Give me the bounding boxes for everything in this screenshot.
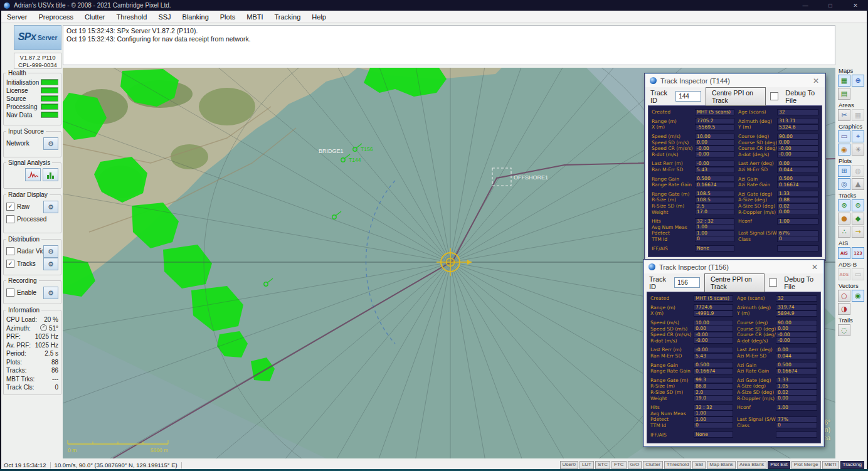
status-toggle-clutter[interactable]: Clutter: [643, 461, 663, 469]
track-gate-icon[interactable]: ⊗: [838, 199, 850, 211]
section-icons-plots: ⊞◍◎▲: [838, 165, 867, 190]
menu-clutter[interactable]: Clutter: [79, 11, 110, 23]
histogram-button[interactable]: [43, 168, 58, 181]
radar-display-raw-settings-button[interactable]: ⚙: [43, 201, 58, 213]
ascan-button[interactable]: [25, 168, 41, 181]
recording-enable-checkbox[interactable]: [6, 288, 14, 297]
recording-enable-settings-button[interactable]: ⚙: [43, 287, 58, 299]
menu-help[interactable]: Help: [306, 11, 332, 23]
field-value: -0.00: [694, 332, 733, 338]
status-toggle-map-blank[interactable]: Map Blank: [707, 461, 736, 469]
vector-ii-icon[interactable]: ◑: [838, 303, 850, 315]
field-group: Last Rerr (m)-0.00Last Aerr (deg)0.00Ran…: [650, 347, 817, 359]
track-swap-icon[interactable]: →: [852, 226, 864, 238]
info-label: PRF:: [6, 333, 21, 340]
ais-device-icon[interactable]: AIS: [838, 247, 850, 259]
field-value: 0.16674: [695, 182, 734, 188]
field-label: Pdetect: [652, 230, 695, 236]
ais-numbers-icon[interactable]: 123: [852, 247, 864, 259]
vector-p1-icon[interactable]: ◉: [852, 290, 864, 302]
menu-ssj[interactable]: SSJ: [152, 11, 176, 23]
radar-display-raw-label: Raw: [17, 203, 29, 210]
status-toggle-tracking[interactable]: Tracking: [840, 461, 864, 469]
status-toggle-ssi[interactable]: SSI: [692, 461, 706, 469]
status-toggle-stc[interactable]: STC: [595, 461, 610, 469]
status-toggle-g-o[interactable]: G/O: [628, 461, 642, 469]
distribution-tracks-checkbox[interactable]: ✓: [6, 260, 14, 268]
starburst-icon[interactable]: ✳: [852, 144, 864, 156]
close-icon[interactable]: ✕: [812, 77, 820, 85]
field-label: Range (m): [652, 119, 695, 124]
track-id-input[interactable]: 144: [675, 91, 701, 102]
map-layers-icon[interactable]: ▦: [838, 75, 850, 87]
info-row: Av. PRF:1025 Hz: [6, 341, 58, 350]
field-row: X (m)-5569.5Y (m)5324.6: [652, 124, 818, 130]
field-label: A-Size SD (deg): [738, 203, 777, 209]
maximize-button[interactable]: □: [818, 0, 843, 11]
track-search-icon[interactable]: ●: [838, 213, 850, 225]
track-follow-icon[interactable]: ◆: [852, 213, 864, 225]
field-value: 90.00: [777, 134, 818, 140]
field-label: Avg Num Meas: [652, 225, 695, 230]
field-value: 0: [695, 236, 734, 242]
area-edit-icon[interactable]: ✂: [838, 109, 850, 121]
field-value: 0.00: [776, 395, 817, 401]
minimize-button[interactable]: —: [793, 0, 818, 11]
map-file-icon[interactable]: ▤: [838, 88, 850, 100]
menu-plots[interactable]: Plots: [214, 11, 241, 23]
field-row: Range Rate Gain0.16674Azi Rate Gain0.166…: [652, 182, 818, 188]
menu-tracking[interactable]: Tracking: [269, 11, 307, 23]
field-value: 0.00: [777, 139, 818, 146]
status-toggle-mbti[interactable]: MBTI: [822, 461, 839, 469]
vector-one-icon[interactable]: ○: [838, 290, 850, 302]
input-source-settings-button[interactable]: ⚙: [43, 137, 58, 150]
close-icon[interactable]: ✕: [810, 263, 819, 272]
status-bar: Oct 19 15:34:12 10.0m/s, 90.0° (35.08769…: [1, 461, 867, 469]
plot-tower-icon[interactable]: ▲: [852, 178, 864, 190]
track-pattern-icon[interactable]: ∴: [838, 226, 850, 238]
status-toggle-plot-merge[interactable]: Plot Merge: [791, 461, 821, 469]
range-marker-icon[interactable]: ◉: [838, 144, 850, 156]
centre-ppi-button[interactable]: Centre PPI on Track: [706, 87, 766, 106]
menu-server[interactable]: Server: [1, 11, 33, 23]
distribution-tracks-settings-button[interactable]: ⚙: [43, 258, 58, 270]
menu-blanking[interactable]: Blanking: [177, 11, 214, 23]
dialog-titlebar[interactable]: Track Inspector (T144)✕: [645, 74, 825, 87]
menu-preprocess[interactable]: Preprocess: [33, 11, 79, 23]
status-toggle-lut[interactable]: LUT: [580, 461, 594, 469]
dialog-titlebar[interactable]: Track Inspector (T156)✕: [644, 260, 823, 273]
status-toggle-area-blank[interactable]: Area Blank: [737, 461, 766, 469]
radar-display-processed-checkbox[interactable]: [6, 215, 14, 223]
pick-label-icon[interactable]: ⌖: [852, 130, 864, 142]
status-toggle-user0[interactable]: User0: [560, 461, 578, 469]
trail-icon[interactable]: ◌: [838, 324, 850, 336]
field-label: Range Rate Gain: [650, 368, 694, 374]
debug-to-file-checkbox[interactable]: [770, 92, 778, 100]
section-icons-tracks: ⊗⊚●◆∴→: [838, 199, 867, 238]
status-toggle-plot-ext[interactable]: Plot Ext: [768, 461, 790, 469]
track-inspector-dialog: Track Inspector (T144)✕Track ID144Centre…: [645, 73, 825, 260]
status-toggle-ftc[interactable]: FTC: [611, 461, 627, 469]
radar-display-raw-checkbox[interactable]: ✓: [6, 203, 14, 211]
distribution-radar-video-settings-button[interactable]: ⚙: [43, 245, 58, 258]
info-value: 0: [55, 384, 58, 391]
health-row: Nav Data: [6, 111, 58, 119]
track-id-input[interactable]: 156: [674, 277, 700, 288]
centre-ppi-button[interactable]: Centre PPI on Track: [704, 273, 765, 292]
distribution-radar-video-checkbox[interactable]: [6, 247, 14, 255]
globe-icon[interactable]: ⊕: [852, 75, 864, 87]
menu-mbti[interactable]: MBTI: [241, 11, 268, 23]
plot-grid-icon[interactable]: ⊞: [838, 165, 850, 177]
status-toggle-threshold[interactable]: Threshold: [664, 461, 692, 469]
radar-display-processed-label: Processed: [17, 216, 46, 223]
field-row: CreatedMHT (5 scans)Age (scans)32: [652, 109, 818, 115]
field-label: TTM Id: [652, 236, 695, 242]
debug-to-file-checkbox[interactable]: [769, 278, 777, 287]
menu-threshold[interactable]: Threshold: [110, 11, 152, 23]
bridge-label: BRIDGE1: [319, 148, 344, 154]
track-dots-icon[interactable]: ⊚: [852, 199, 864, 211]
plot-centre-icon[interactable]: ◎: [838, 178, 850, 190]
field-row: IFF/AISNone: [650, 431, 817, 438]
select-region-icon[interactable]: ▭: [838, 130, 850, 142]
close-button[interactable]: ✕: [843, 0, 868, 11]
